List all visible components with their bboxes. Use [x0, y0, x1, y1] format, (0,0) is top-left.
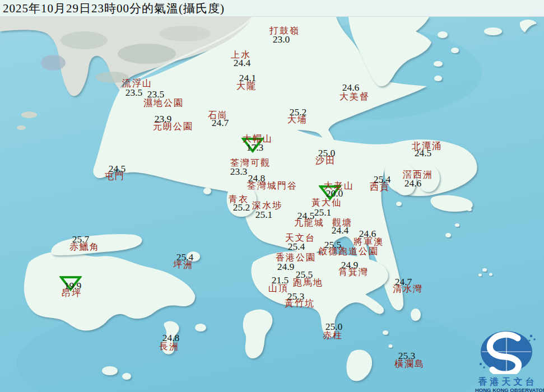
hko-temperature-map: 2025年10月29日23時00分的氣溫(攝氏度) 23.0打鼓嶺24.4上水2… — [0, 0, 544, 392]
station-name-label: 跑馬地 — [293, 278, 323, 287]
station-name-label: 沙田 — [315, 156, 336, 165]
station-name-label: 觀塘 — [332, 218, 352, 227]
station-name-label: 打鼓嶺 — [269, 26, 300, 35]
station-temp-value: 25.2 — [233, 203, 250, 213]
station-name-label: 清水灣 — [393, 284, 423, 293]
station-name-label: 石崗 — [208, 111, 228, 120]
station-name-label: 黃竹坑 — [285, 299, 315, 308]
station-name-label: 青衣 — [229, 195, 249, 204]
station-name-label: 大帽山 — [243, 134, 273, 143]
station-name-label: 大埔 — [287, 115, 308, 124]
station-name-label: 筲箕灣 — [338, 268, 369, 277]
station-name-label: 荃灣可觀 — [230, 158, 271, 167]
station-temp-value: 24.4 — [234, 58, 251, 68]
hko-logo: 香港天文台 HONG KONG OBSERVATORY — [475, 329, 540, 392]
map-title-text: 2025年10月29日23時00分的氣溫(攝氏度) — [3, 1, 225, 16]
station-temp-value: 24.6 — [404, 179, 422, 189]
station-name-label: 長洲 — [159, 342, 179, 351]
station-name-label: 坪洲 — [173, 260, 193, 269]
station-name-label: 黃大仙 — [311, 198, 342, 207]
station-name-label: 赤柱 — [323, 331, 343, 340]
station-temp-value: 23.3 — [230, 167, 248, 177]
station-name-label: 滘西洲 — [403, 170, 433, 179]
station-temp-value: 23.5 — [125, 88, 143, 98]
station-name-label: 元朗公園 — [153, 122, 193, 131]
station-name-label: 深水埗 — [252, 201, 282, 210]
station-name-label: 濕地公園 — [143, 99, 184, 108]
map-title: 2025年10月29日23時00分的氣溫(攝氏度) — [0, 0, 544, 17]
station-name-label: 天文台 — [285, 234, 315, 242]
station-name-label: 屯門 — [105, 172, 125, 181]
station-name-label: 昂坪 — [62, 289, 82, 298]
station-name-label: 上水 — [231, 50, 251, 59]
station-name-label: 大老山 — [324, 181, 354, 190]
hko-logo-emblem — [475, 329, 540, 374]
station-temp-value: 17.3 — [247, 143, 264, 153]
station-name-label: 九龍城 — [294, 218, 324, 227]
hko-logo-chinese-name: 香港天文台 — [475, 376, 540, 387]
station-name-label: 北潭涌 — [412, 142, 442, 151]
hko-logo-english-name: HONG KONG OBSERVATORY — [475, 387, 540, 392]
station-name-label: 啟德跑道公園 — [318, 247, 379, 256]
station-name-label: 橫瀾島 — [394, 360, 425, 368]
station-temp-value: 25.1 — [314, 208, 332, 218]
station-name-label: 荃灣城門谷 — [247, 181, 297, 190]
station-temp-value: 25.4 — [288, 242, 305, 252]
station-name-label: 大隴 — [236, 82, 257, 91]
station-name-label: 山頂 — [268, 284, 289, 293]
station-name-label: 赤鱲角 — [69, 242, 100, 251]
hong-kong-map — [0, 0, 544, 392]
station-temp-value: 25.1 — [255, 210, 273, 220]
station-temp-value: 24.9 — [277, 262, 295, 272]
station-name-label: 西貢 — [370, 183, 390, 192]
station-name-label: 香港公園 — [276, 253, 316, 262]
station-name-label: 流浮山 — [122, 79, 152, 88]
station-temp-value: 23.0 — [273, 35, 290, 45]
station-name-label: 大美督 — [340, 92, 370, 101]
station-name-label: 將軍澳 — [354, 237, 384, 246]
